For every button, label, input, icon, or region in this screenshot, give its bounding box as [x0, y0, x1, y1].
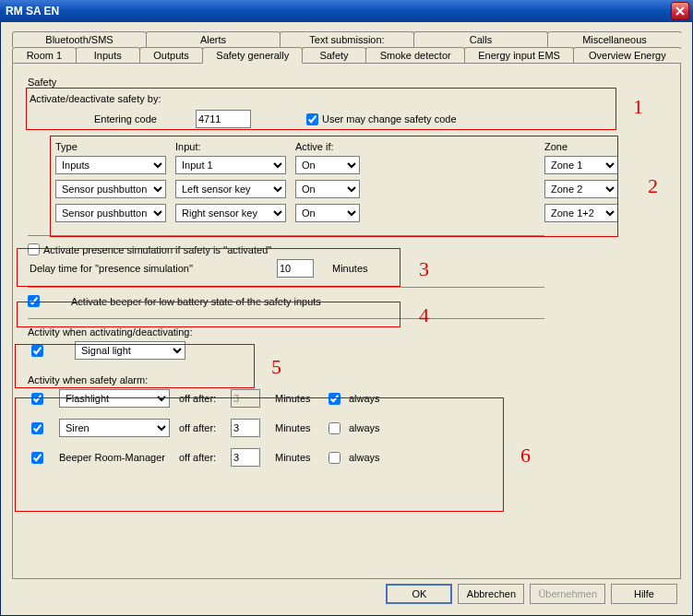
tab-row-1: Bluetooth/SMS Alerts Text submission: Ca…	[12, 31, 681, 47]
tab-miscellaneous[interactable]: Miscellaneous	[547, 31, 681, 47]
alarm-1-checkbox[interactable]	[31, 393, 43, 405]
alarm-1-min-label: Minutes	[268, 393, 323, 404]
tab-text-submission[interactable]: Text submission:	[280, 31, 414, 47]
input-select-3[interactable]: Right sensor key	[175, 204, 286, 222]
delay-label: Delay time for ''presence simulation''	[28, 263, 277, 274]
alarm-1-num-input	[231, 389, 260, 408]
delay-input[interactable]	[277, 259, 314, 278]
type-select-1[interactable]: Inputs	[55, 156, 166, 174]
activity-act-label: Activity when activating/deactivating:	[28, 326, 665, 338]
activity-act-select[interactable]: Signal light	[75, 341, 185, 360]
alarm-2-always-label: always	[349, 422, 395, 433]
delay-minutes-label: Minutes	[332, 263, 368, 274]
alarm-1-always-checkbox[interactable]	[329, 393, 341, 405]
alarm-2-always-checkbox[interactable]	[329, 422, 341, 434]
tab-energy-input-ems[interactable]: Energy input EMS	[464, 47, 573, 64]
alarm-3-off-label: off after:	[179, 452, 231, 463]
tab-calls[interactable]: Calls	[413, 31, 548, 47]
input-select-1[interactable]: Input 1	[175, 156, 286, 174]
alarm-2-off-label: off after:	[179, 422, 231, 433]
help-button[interactable]: Hilfe	[611, 584, 677, 604]
alarm-3-always-checkbox[interactable]	[329, 452, 341, 464]
ok-button[interactable]: OK	[386, 584, 452, 604]
header-zone: Zone	[544, 141, 618, 152]
user-may-change-checkbox[interactable]	[306, 113, 318, 125]
active-select-1[interactable]: On	[295, 156, 360, 174]
apply-button: Übernehmen	[530, 584, 605, 604]
header-active: Active if:	[295, 141, 360, 152]
tab-inputs[interactable]: Inputs	[76, 47, 140, 64]
zone-select-2[interactable]: Zone 2	[544, 180, 618, 198]
tab-smoke-detector[interactable]: Smoke detector	[365, 47, 466, 64]
tab-row-2: Room 1 Inputs Outputs Safety generally S…	[12, 47, 681, 64]
tab-safety[interactable]: Safety	[302, 47, 366, 64]
tab-overview-energy[interactable]: Overview Energy	[573, 47, 681, 64]
zone-select-3[interactable]: Zone 1+2	[544, 204, 618, 222]
alarm-3-checkbox[interactable]	[31, 452, 43, 464]
alarm-1-always-label: always	[349, 393, 395, 404]
active-select-2[interactable]: On	[295, 180, 360, 198]
alarm-2-min-label: Minutes	[268, 422, 323, 433]
cancel-button[interactable]: Abbrechen	[458, 584, 524, 604]
activate-deactivate-label: Activate/deactivate safety by:	[30, 93, 665, 104]
presence-sim-checkbox[interactable]	[28, 243, 40, 255]
alarm-2-device-select[interactable]: Siren	[59, 419, 170, 437]
code-input[interactable]	[196, 110, 251, 128]
input-select-2[interactable]: Left sensor key	[175, 180, 286, 198]
alarm-2-num-input[interactable]	[231, 419, 260, 437]
alarm-3-device-label: Beeper Room-Manager	[59, 452, 179, 463]
tab-alerts[interactable]: Alerts	[146, 31, 281, 47]
activity-act-checkbox[interactable]	[31, 345, 43, 357]
alarm-1-device-select[interactable]: Flashlight	[59, 389, 170, 408]
entering-code-label: Entering code	[94, 113, 196, 124]
alarm-3-always-label: always	[349, 452, 395, 463]
user-may-change-label: User may change safety code	[322, 113, 457, 124]
close-button[interactable]	[671, 2, 689, 20]
header-type: Type	[55, 141, 166, 152]
tab-safety-generally[interactable]: Safety generally	[202, 47, 303, 64]
alarm-3-num-input[interactable]	[231, 448, 260, 467]
safety-group-label: Safety	[28, 77, 665, 88]
alarm-2-checkbox[interactable]	[31, 422, 43, 434]
header-input: Input:	[175, 141, 286, 152]
tab-outputs[interactable]: Outputs	[139, 47, 204, 64]
tab-bluetooth-sms[interactable]: Bluetooth/SMS	[12, 31, 147, 47]
alarm-1-off-label: off after:	[179, 393, 231, 404]
type-select-3[interactable]: Sensor pushbutton	[55, 204, 166, 222]
alarm-label: Activity when safety alarm:	[28, 374, 665, 385]
zone-select-1[interactable]: Zone 1	[544, 156, 618, 174]
beeper-label: Activate beeper for low battery state of…	[71, 296, 321, 307]
tab-room-1[interactable]: Room 1	[12, 47, 77, 64]
beeper-checkbox[interactable]	[28, 295, 40, 307]
alarm-3-min-label: Minutes	[268, 452, 323, 463]
presence-sim-label: Activate presence simulation if safety i…	[43, 244, 271, 255]
window-title: RM SA EN	[4, 5, 671, 18]
active-select-3[interactable]: On	[295, 204, 360, 222]
type-select-2[interactable]: Sensor pushbutton	[55, 180, 166, 198]
